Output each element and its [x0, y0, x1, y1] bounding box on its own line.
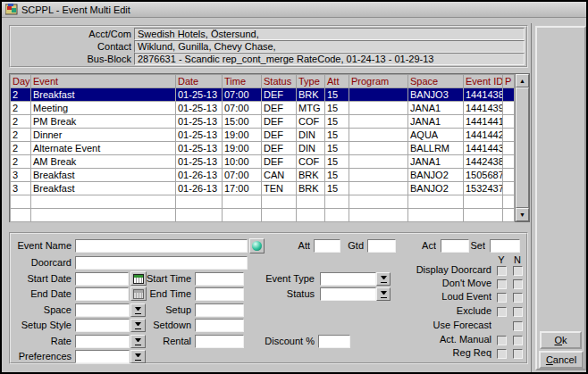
- acct-com-field: Swedish Hotels, Östersund,: [134, 28, 525, 40]
- table-cell: 1441438: [464, 88, 503, 102]
- gtd-input[interactable]: [367, 239, 396, 253]
- table-cell: [503, 182, 515, 195]
- scrollbar-track[interactable]: [516, 87, 529, 208]
- reg-req-yes-checkbox[interactable]: [497, 349, 507, 359]
- event-name-input[interactable]: [75, 239, 248, 253]
- table-cell: [349, 115, 408, 129]
- table-row[interactable]: 2Breakfast01-25-1307:00DEFBRK15 BANJO314…: [11, 88, 515, 102]
- event-table-body: 2Breakfast01-25-1307:00DEFBRK15 BANJO314…: [11, 88, 515, 222]
- loud-event-yes-checkbox[interactable]: [497, 293, 507, 303]
- exclude-yes-checkbox[interactable]: [497, 307, 507, 317]
- table-cell: 01-25-13: [176, 129, 223, 142]
- table-cell: [503, 155, 515, 169]
- table-row[interactable]: 2Dinner01-25-1319:00DEFDIN15 AQUA1441442: [11, 129, 515, 142]
- end-time-input[interactable]: [195, 287, 244, 301]
- contact-label: Contact: [51, 41, 131, 53]
- table-cell: Meeting: [31, 102, 176, 115]
- table-row[interactable]: 3Breakfast01-26-1317:00TENBRK15 BANJO215…: [11, 182, 515, 195]
- end-date-input[interactable]: [75, 287, 129, 301]
- table-row[interactable]: 2Meeting01-25-1307:00DEFMTG15 JANA114414…: [11, 102, 515, 115]
- discount-input[interactable]: [318, 335, 350, 348]
- act-manual-yes-checkbox[interactable]: [497, 336, 507, 345]
- table-row[interactable]: 2AM Break01-25-1310:00DEFCOF15 JANA11442…: [11, 155, 515, 169]
- table-cell: 07:00: [223, 169, 262, 182]
- table-cell: 15: [325, 155, 349, 169]
- table-cell: 3: [11, 182, 31, 195]
- loud-event-no-checkbox[interactable]: [513, 293, 523, 303]
- doorcard-label: Doorcard: [9, 256, 71, 270]
- use-forecast-no-checkbox[interactable]: [513, 321, 523, 331]
- yes-column-header: Y: [494, 254, 508, 265]
- rate-dropdown-button[interactable]: [130, 335, 146, 348]
- setup-style-input[interactable]: [75, 319, 130, 332]
- titlebar[interactable]: SCPPL - Event Multi Edit: [2, 2, 586, 18]
- att-input[interactable]: [314, 239, 340, 253]
- table-row[interactable]: 2Alternate Event01-25-1319:00DEFDIN15 BA…: [11, 142, 515, 155]
- table-cell: [503, 88, 515, 102]
- event-type-input[interactable]: [320, 272, 376, 286]
- table-cell: COF: [297, 115, 325, 129]
- space-label: Space: [9, 303, 71, 317]
- table-cell: JANA1: [408, 115, 464, 129]
- event-table-grid: DayEventDateTimeStatusTypeAttProgramSpac…: [10, 74, 515, 222]
- rental-label: Rental: [147, 335, 191, 348]
- scrollbar-up-button[interactable]: ▲: [516, 74, 529, 87]
- no-column-header: N: [510, 254, 525, 265]
- start-date-input[interactable]: [75, 272, 129, 286]
- table-row[interactable]: 2PM Break01-25-1315:00DEFCOF15 JANA11441…: [11, 115, 515, 129]
- scrollbar-down-button[interactable]: ▼: [516, 208, 529, 221]
- table-cell: [503, 102, 515, 115]
- scrollbar-thumb[interactable]: [516, 87, 529, 208]
- reg-req-no-checkbox[interactable]: [513, 349, 523, 359]
- display-doorcard-yes-checkbox[interactable]: [497, 266, 507, 276]
- setup-input[interactable]: [195, 303, 244, 317]
- start-time-input[interactable]: [195, 272, 244, 286]
- status-dropdown-button[interactable]: [376, 287, 391, 301]
- table-cell: 15: [325, 169, 349, 182]
- dont-move-no-checkbox[interactable]: [513, 279, 523, 289]
- table-cell: Breakfast: [31, 182, 176, 195]
- table-cell: 15: [325, 88, 349, 102]
- table-cell: 17:00: [223, 182, 262, 195]
- start-date-calendar-button[interactable]: [130, 271, 147, 286]
- dont-move-yes-checkbox[interactable]: [497, 279, 507, 289]
- event-type-dropdown-button[interactable]: [376, 272, 391, 286]
- event-name-lookup-button[interactable]: [249, 238, 265, 253]
- display-doorcard-no-checkbox[interactable]: [513, 266, 523, 276]
- setup-style-dropdown-button[interactable]: [130, 319, 146, 332]
- table-cell: [408, 209, 464, 222]
- display-doorcard-label: Display Doorcard: [402, 264, 491, 275]
- act-manual-no-checkbox[interactable]: [513, 336, 523, 345]
- table-cell: 2: [11, 88, 31, 102]
- table-cell: TEN: [262, 182, 297, 195]
- ok-button[interactable]: Ok: [540, 331, 582, 349]
- table-cell: JANA1: [408, 155, 464, 169]
- status-input[interactable]: [320, 287, 376, 301]
- table-cell: DEF: [262, 155, 297, 169]
- table-cell: [223, 195, 262, 209]
- table-cell: 2: [11, 102, 31, 115]
- space-dropdown-button[interactable]: [130, 303, 146, 317]
- bus-block-field: 2876631 - Scandic rep_cont_merge RateCod…: [134, 53, 525, 65]
- set-input[interactable]: [490, 239, 520, 253]
- table-cell: [349, 129, 408, 142]
- table-cell: 01-26-13: [176, 169, 223, 182]
- table-cell: [503, 209, 515, 222]
- column-header: Event: [31, 75, 176, 88]
- table-cell: [262, 195, 297, 209]
- space-input[interactable]: [75, 303, 130, 317]
- table-cell: 19:00: [223, 129, 262, 142]
- preferences-input[interactable]: [75, 350, 130, 363]
- act-manual-label: Act. Manual: [402, 334, 491, 345]
- table-cell: [349, 209, 408, 222]
- cancel-button[interactable]: Cancel: [539, 351, 584, 369]
- table-cell: [176, 195, 223, 209]
- table-row[interactable]: 3Breakfast01-26-1307:00CANBRK15 BANJO215…: [11, 169, 515, 182]
- end-date-calendar-button[interactable]: [130, 287, 147, 301]
- doorcard-input[interactable]: [75, 256, 248, 270]
- rental-input[interactable]: [195, 335, 244, 348]
- exclude-no-checkbox[interactable]: [513, 307, 523, 317]
- preferences-dropdown-button[interactable]: [130, 350, 146, 363]
- setdown-input[interactable]: [195, 319, 244, 332]
- rate-input[interactable]: [75, 335, 130, 348]
